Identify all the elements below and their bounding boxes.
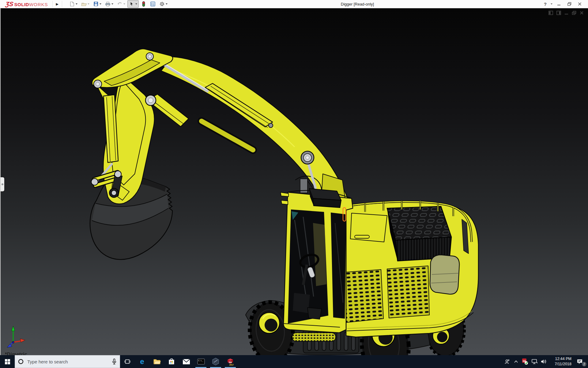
action-center-button[interactable]: 2 bbox=[573, 355, 586, 368]
3d-viewport[interactable]: *Dimetric bbox=[0, 8, 588, 355]
file-explorer-icon bbox=[153, 358, 161, 365]
volume-icon bbox=[540, 358, 547, 365]
new-document-icon bbox=[69, 1, 75, 7]
system-tray: SW 12:44 PM 7/11/2018 bbox=[502, 355, 588, 368]
select-cursor-icon bbox=[129, 1, 134, 7]
network-icon bbox=[531, 358, 538, 365]
excavator-model[interactable] bbox=[90, 49, 478, 355]
cortana-icon bbox=[18, 359, 24, 364]
taskbar-edge[interactable]: e bbox=[135, 355, 149, 368]
view-orientation-label: *Dimetric bbox=[5, 352, 27, 355]
new-document-button[interactable] bbox=[68, 0, 79, 8]
solidworks-glyph: ƷS bbox=[5, 1, 14, 7]
svg-text:C:\_: C:\_ bbox=[198, 359, 203, 362]
menu-flyout-arrow[interactable]: ▶ bbox=[54, 2, 61, 6]
restore-button[interactable] bbox=[565, 1, 573, 7]
save-floppy-icon bbox=[93, 1, 99, 7]
options-gear-icon bbox=[159, 1, 165, 7]
people-button[interactable] bbox=[502, 355, 511, 368]
taskbar-search[interactable] bbox=[15, 355, 120, 368]
start-button[interactable] bbox=[0, 355, 15, 368]
restore-icon bbox=[567, 2, 571, 6]
close-button[interactable] bbox=[576, 1, 584, 7]
boom-head bbox=[92, 49, 173, 87]
tray-overflow-button[interactable] bbox=[511, 355, 521, 368]
rebuild-stoplight-icon bbox=[141, 1, 146, 7]
taskbar: e C:\_ bbox=[0, 355, 588, 368]
svg-text:2017: 2017 bbox=[229, 364, 234, 366]
people-icon bbox=[504, 358, 510, 365]
close-icon bbox=[578, 2, 582, 6]
select-tool-button[interactable] bbox=[127, 0, 139, 8]
pane-right-icon[interactable] bbox=[556, 11, 561, 15]
svg-text:e: e bbox=[140, 358, 144, 366]
separator bbox=[62, 1, 62, 7]
model-scene[interactable] bbox=[1, 8, 588, 355]
orientation-triad bbox=[5, 324, 27, 348]
taskbar-command-prompt[interactable]: C:\_ bbox=[194, 355, 208, 368]
microphone-icon[interactable] bbox=[112, 358, 117, 365]
quick-toolbar bbox=[68, 0, 169, 8]
chevron-up-icon bbox=[514, 359, 518, 364]
minimize-icon bbox=[557, 2, 561, 6]
doc-restore-icon[interactable] bbox=[572, 11, 576, 15]
rebuild-button[interactable] bbox=[139, 0, 148, 8]
taskbar-file-explorer[interactable] bbox=[149, 355, 164, 368]
taskbar-solidworks[interactable]: SW 2017 bbox=[223, 355, 238, 368]
svg-text:SW: SW bbox=[229, 361, 232, 363]
separator bbox=[52, 1, 53, 7]
solidworks-check-icon: SW bbox=[522, 358, 529, 365]
print-icon bbox=[105, 1, 111, 7]
taskbar-edrawings[interactable] bbox=[208, 355, 223, 368]
solidworks-monitor-tray[interactable]: SW bbox=[521, 355, 530, 368]
cab bbox=[281, 189, 353, 333]
store-icon bbox=[168, 358, 175, 365]
mail-icon bbox=[183, 359, 190, 365]
doc-minimize-icon[interactable] bbox=[564, 11, 568, 15]
open-folder-icon bbox=[81, 1, 87, 7]
undo-icon bbox=[117, 1, 123, 7]
pane-left-icon[interactable] bbox=[548, 11, 553, 15]
taskbar-store[interactable] bbox=[164, 355, 179, 368]
properties-list-icon bbox=[150, 1, 156, 7]
solidworks-2017-icon: SW 2017 bbox=[226, 358, 234, 366]
print-button[interactable] bbox=[104, 0, 115, 8]
command-prompt-icon: C:\_ bbox=[197, 358, 205, 365]
task-view-icon bbox=[124, 358, 131, 365]
network-button[interactable] bbox=[530, 355, 539, 368]
search-input[interactable] bbox=[27, 359, 109, 365]
document-title: Digger [Read-only] bbox=[341, 0, 374, 8]
pane-tab-knob bbox=[2, 183, 3, 185]
window-controls: ? bbox=[543, 1, 588, 7]
featuremanager-collapsed-tab[interactable] bbox=[1, 177, 4, 191]
clock-date: 7/11/2018 bbox=[550, 362, 571, 367]
taskbar-clock[interactable]: 12:44 PM 7/11/2018 bbox=[548, 356, 573, 367]
windows-logo-icon bbox=[5, 359, 10, 364]
notification-badge: 2 bbox=[582, 362, 586, 366]
solidworks-logo[interactable]: ƷS SOLID WORKS bbox=[0, 1, 51, 7]
titlebar: ƷS SOLID WORKS ▶ bbox=[0, 0, 588, 8]
edrawings-hexagon-icon bbox=[212, 358, 219, 366]
open-button[interactable] bbox=[80, 0, 91, 8]
taskbar-mail[interactable] bbox=[179, 355, 194, 368]
edge-icon: e bbox=[138, 358, 146, 366]
minimize-button[interactable] bbox=[555, 1, 563, 7]
undo-button[interactable] bbox=[115, 0, 127, 8]
doc-close-icon[interactable] bbox=[580, 11, 584, 15]
task-view-button[interactable] bbox=[120, 355, 135, 368]
help-caret[interactable] bbox=[551, 3, 552, 5]
help-button[interactable]: ? bbox=[543, 2, 547, 7]
clock-time: 12:44 PM bbox=[550, 356, 571, 362]
volume-button[interactable] bbox=[539, 355, 548, 368]
save-button[interactable] bbox=[92, 0, 103, 8]
solidworks-window: ƷS SOLID WORKS ▶ bbox=[0, 0, 588, 368]
options-button[interactable] bbox=[158, 0, 169, 8]
document-window-controls bbox=[548, 11, 584, 15]
properties-button[interactable] bbox=[149, 0, 157, 8]
